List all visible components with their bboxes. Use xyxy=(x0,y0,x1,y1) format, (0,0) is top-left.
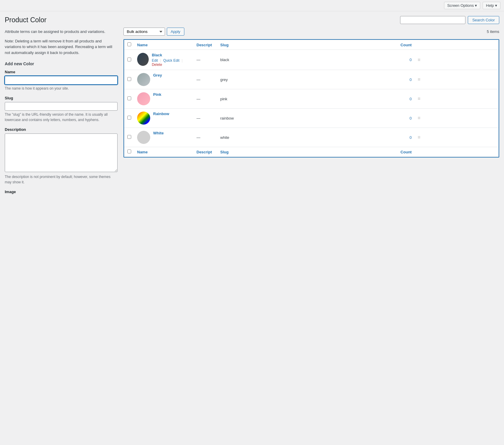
info-text-2: Note: Deleting a term will remove it fro… xyxy=(5,38,118,56)
row-name-link-rainbow[interactable]: Rainbow xyxy=(153,112,169,116)
row-checkbox-black[interactable] xyxy=(127,58,131,61)
sep2-black: | xyxy=(182,58,183,63)
color-avatar-white xyxy=(137,131,150,144)
table-header-row: Name Descript Slug Count xyxy=(124,40,499,50)
row-actions-black: Edit | Quick Edit | Delete xyxy=(152,58,191,67)
header-drag-col xyxy=(415,40,499,50)
search-color-label: Search Color xyxy=(472,18,495,22)
row-desc-grey: — xyxy=(194,70,217,89)
row-name-cell-white: White xyxy=(134,128,194,147)
name-label: Name xyxy=(5,70,118,74)
header-name-col[interactable]: Name xyxy=(134,40,194,50)
footer-name-col[interactable]: Name xyxy=(134,147,194,157)
row-checkbox-grey[interactable] xyxy=(127,77,131,81)
footer-slug-col[interactable]: Slug xyxy=(217,147,253,157)
search-color-button[interactable]: Search Color xyxy=(468,16,499,24)
color-avatar-black xyxy=(137,53,149,66)
row-desc-white: — xyxy=(194,128,217,147)
name-input[interactable] xyxy=(5,76,118,85)
row-name-cell-rainbow: Rainbow xyxy=(134,109,194,128)
footer-count-col[interactable]: Count xyxy=(253,147,415,157)
row-count-grey: 0 xyxy=(253,70,415,89)
add-new-title: Add new Color xyxy=(5,61,118,66)
row-drag-white[interactable]: ≡ xyxy=(415,128,499,147)
header-slug-col[interactable]: Slug xyxy=(217,40,253,50)
edit-link-black[interactable]: Edit xyxy=(152,58,158,63)
row-name-info-rainbow: Rainbow xyxy=(153,112,169,117)
slug-group: Slug The "slug" is the URL-friendly vers… xyxy=(5,96,118,123)
row-desc-rainbow: — xyxy=(194,109,217,128)
drag-icon-pink: ≡ xyxy=(418,96,420,101)
search-input[interactable] xyxy=(400,16,465,24)
bulk-actions-select[interactable]: Bulk actions Delete xyxy=(123,28,165,36)
search-row: Search Color xyxy=(123,16,499,24)
colors-table: Name Descript Slug Count xyxy=(124,40,499,157)
description-hint: The description is not prominent by defa… xyxy=(5,174,118,185)
row-name-cell-pink: Pink xyxy=(134,89,194,109)
apply-button[interactable]: Apply xyxy=(167,28,184,36)
select-all-checkbox[interactable] xyxy=(127,42,131,46)
colors-table-container: Name Descript Slug Count xyxy=(123,39,499,158)
help-label: Help xyxy=(486,3,494,8)
row-drag-rainbow[interactable]: ≡ xyxy=(415,109,499,128)
row-name-cell-black: Black Edit | Quick Edit | Delete xyxy=(134,50,194,70)
row-count-pink: 0 xyxy=(253,89,415,109)
row-name-link-black[interactable]: Black xyxy=(152,53,191,57)
header-desc-col[interactable]: Descript xyxy=(194,40,217,50)
top-bar: Screen Options ▾ Help ▾ xyxy=(0,0,504,11)
row-check-grey xyxy=(124,70,134,89)
header-count-col[interactable]: Count xyxy=(253,40,415,50)
footer-check-col xyxy=(124,147,134,157)
sep1-black: | xyxy=(160,58,161,63)
drag-icon-grey: ≡ xyxy=(418,77,420,82)
help-arrow: ▾ xyxy=(495,3,497,8)
row-name-link-pink[interactable]: Pink xyxy=(153,92,161,97)
drag-icon-black: ≡ xyxy=(418,57,420,62)
row-name-link-grey[interactable]: Grey xyxy=(153,73,162,77)
row-count-black: 0 xyxy=(253,50,415,70)
row-slug-black: black xyxy=(217,50,253,70)
table-footer-row: Name Descript Slug Count xyxy=(124,147,499,157)
table-row: Black Edit | Quick Edit | Delete — black… xyxy=(124,50,499,70)
right-panel: Search Color Bulk actions Delete Apply 5… xyxy=(123,16,499,199)
apply-label: Apply xyxy=(171,29,180,34)
row-count-rainbow: 0 xyxy=(253,109,415,128)
row-name-info-black: Black Edit | Quick Edit | Delete xyxy=(152,53,191,67)
row-name-link-white[interactable]: White xyxy=(153,131,164,135)
row-count-white: 0 xyxy=(253,128,415,147)
help-button[interactable]: Help ▾ xyxy=(483,2,500,9)
footer-select-all-checkbox[interactable] xyxy=(127,150,131,153)
quick-edit-link-black[interactable]: Quick Edit xyxy=(163,58,180,63)
slug-input[interactable] xyxy=(5,102,118,111)
row-checkbox-pink[interactable] xyxy=(127,96,131,100)
screen-options-arrow: ▾ xyxy=(475,3,477,8)
slug-label: Slug xyxy=(5,96,118,100)
actions-row: Bulk actions Delete Apply 5 items xyxy=(123,28,499,36)
row-name-info-grey: Grey xyxy=(153,73,162,79)
row-drag-pink[interactable]: ≡ xyxy=(415,89,499,109)
row-checkbox-white[interactable] xyxy=(127,135,131,139)
color-avatar-grey xyxy=(137,73,150,86)
screen-options-button[interactable]: Screen Options ▾ xyxy=(444,2,481,9)
drag-icon-rainbow: ≡ xyxy=(418,115,420,120)
footer-desc-col[interactable]: Descript xyxy=(194,147,217,157)
row-check-white xyxy=(124,128,134,147)
row-drag-grey[interactable]: ≡ xyxy=(415,70,499,89)
page-wrapper: Product Color Attribute terms can be ass… xyxy=(0,11,504,204)
row-drag-black[interactable]: ≡ xyxy=(415,50,499,70)
description-group: Description The description is not promi… xyxy=(5,127,118,185)
row-slug-pink: pink xyxy=(217,89,253,109)
row-checkbox-rainbow[interactable] xyxy=(127,116,131,120)
row-slug-grey: grey xyxy=(217,70,253,89)
row-desc-pink: — xyxy=(194,89,217,109)
image-group: Image xyxy=(5,190,118,194)
description-label: Description xyxy=(5,127,118,132)
row-name-info-white: White xyxy=(153,131,164,136)
table-row: White — white 0 ≡ xyxy=(124,128,499,147)
delete-link-black[interactable]: Delete xyxy=(152,63,162,67)
row-desc-black: — xyxy=(194,50,217,70)
image-label: Image xyxy=(5,190,118,194)
row-name-cell-grey: Grey xyxy=(134,70,194,89)
description-textarea[interactable] xyxy=(5,134,118,172)
items-count: 5 items xyxy=(487,29,499,34)
